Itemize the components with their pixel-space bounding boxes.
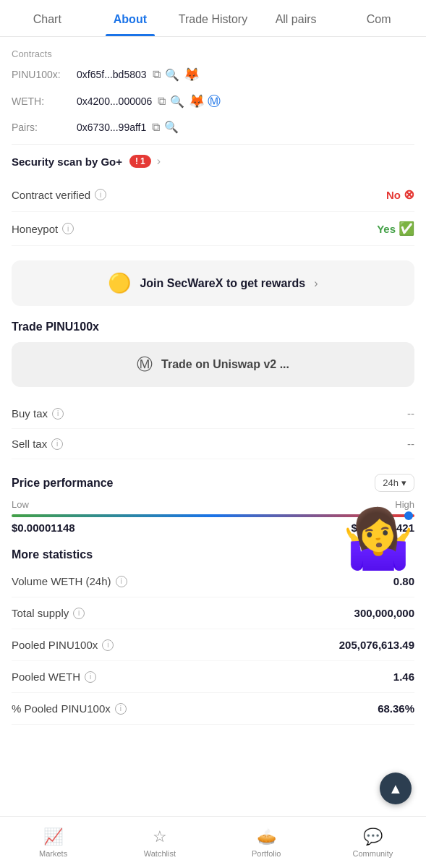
alert-count: 1	[140, 156, 145, 166]
tab-community[interactable]: Com	[337, 0, 420, 36]
nav-community-label: Community	[353, 849, 393, 858]
sell-tax-info-icon[interactable]: i	[51, 438, 63, 450]
nav-community[interactable]: 💬 Community	[320, 817, 426, 868]
stat-volume-label: Volume WETH (24h) i	[12, 575, 127, 587]
trade-uniswap-button[interactable]: Ⓜ Trade on Uniswap v2 ...	[12, 342, 414, 387]
price-perf-header: Price performance 24h ▾	[12, 474, 414, 492]
sell-tax-row: Sell tax i --	[12, 429, 414, 459]
contract-row-weth: WETH: 0x4200...000006 ⧉ 🔍 🦊 Ⓜ	[12, 93, 414, 110]
markets-icon: 📈	[43, 827, 63, 846]
tab-about[interactable]: About	[89, 0, 172, 36]
trade-title: Trade PINU100x	[12, 320, 414, 333]
weth-label: WETH:	[12, 95, 77, 107]
period-chevron-icon: ▾	[401, 477, 406, 488]
contracts-title: Contracts	[12, 48, 414, 59]
low-label: Low	[12, 499, 29, 510]
contract-verified-info-icon[interactable]: i	[95, 189, 106, 200]
nav-markets-label: Markets	[39, 849, 67, 858]
trade-btn-label: Trade on Uniswap v2 ...	[161, 358, 289, 371]
buy-tax-value: --	[407, 407, 414, 420]
uniswap-icon: Ⓜ	[137, 354, 153, 375]
watchlist-icon: ☆	[153, 827, 167, 846]
stat-pooled-pinu-label: Pooled PINU100x i	[12, 639, 114, 651]
weth-chain-icon[interactable]: Ⓜ	[208, 93, 221, 110]
security-chevron-icon[interactable]: ›	[157, 155, 161, 168]
scroll-top-icon: ▲	[388, 780, 403, 797]
weth-search-icon[interactable]: 🔍	[170, 95, 184, 109]
secwarex-emoji-icon: 🟡	[108, 272, 131, 294]
pinu-search-icon[interactable]: 🔍	[165, 68, 179, 82]
pairs-search-icon[interactable]: 🔍	[164, 120, 179, 134]
alert-icon: !	[135, 156, 138, 166]
stat-supply-label: Total supply i	[12, 607, 85, 619]
contract-row-pairs: Pairs: 0x6730...99aff1 ⧉ 🔍	[12, 120, 414, 134]
community-icon: 💬	[363, 827, 383, 846]
nav-watchlist[interactable]: ☆ Watchlist	[106, 817, 213, 868]
contract-verified-label: Contract verified i	[12, 189, 106, 201]
stat-row-pooled-pinu: Pooled PINU100x i 205,076,613.49	[12, 629, 414, 661]
weth-address: 0x4200...000006	[77, 95, 152, 107]
tab-bar: Chart About Trade History All pairs Com	[0, 0, 426, 37]
nav-portfolio-label: Portfolio	[252, 849, 281, 858]
tab-all-pairs[interactable]: All pairs	[255, 0, 338, 36]
no-icon: ⊗	[404, 187, 414, 203]
period-select[interactable]: 24h ▾	[375, 474, 414, 492]
secwarex-banner[interactable]: 🟡 Join SecWareX to get rewards ›	[12, 260, 414, 306]
nav-watchlist-label: Watchlist	[144, 849, 176, 858]
stat-pooled-weth-info-icon[interactable]: i	[85, 671, 96, 683]
pairs-label: Pairs:	[12, 122, 77, 133]
contract-verified-value: No ⊗	[386, 187, 414, 203]
stat-pct-pinu-label: % Pooled PINU100x i	[12, 702, 127, 715]
bottom-nav: 📈 Markets ☆ Watchlist 🥧 Portfolio 💬 Comm…	[0, 816, 426, 868]
security-badge[interactable]: ! 1	[129, 155, 151, 168]
nav-markets[interactable]: 📈 Markets	[0, 817, 106, 868]
stat-pooled-pinu-info-icon[interactable]: i	[102, 639, 114, 651]
pinu-label: PINU100x:	[12, 69, 77, 80]
honeypot-value: Yes ✅	[377, 221, 414, 237]
stat-pooled-pinu-value: 205,076,613.49	[339, 639, 414, 651]
stat-pct-pinu-info-icon[interactable]: i	[115, 703, 127, 715]
stat-supply-value: 300,000,000	[354, 607, 414, 619]
honeypot-label: Honeypot i	[12, 223, 74, 235]
pinu-copy-icon[interactable]: ⧉	[153, 68, 161, 81]
stat-row-pooled-weth: Pooled WETH i 1.46	[12, 661, 414, 693]
weth-metamask-icon[interactable]: 🦊	[189, 93, 205, 109]
stat-pooled-weth-label: Pooled WETH i	[12, 671, 96, 683]
pinu-metamask-icon[interactable]: 🦊	[184, 67, 200, 82]
tab-trade-history[interactable]: Trade History	[171, 0, 255, 36]
stat-pooled-weth-value: 1.46	[393, 671, 414, 683]
stat-supply-info-icon[interactable]: i	[73, 608, 85, 619]
scroll-top-button[interactable]: ▲	[380, 773, 412, 804]
pinu-address: 0xf65f...bd5803	[77, 69, 147, 80]
stat-pct-pinu-value: 68.36%	[378, 702, 414, 715]
honeypot-row: Honeypot i Yes ✅	[12, 212, 414, 246]
price-perf-title: Price performance	[12, 477, 114, 490]
portfolio-icon: 🥧	[257, 827, 276, 846]
pairs-copy-icon[interactable]: ⧉	[152, 121, 160, 134]
honeypot-info-icon[interactable]: i	[62, 223, 74, 234]
buy-tax-label: Buy tax i	[12, 407, 64, 420]
stat-volume-info-icon[interactable]: i	[116, 576, 127, 587]
security-scan-label: Security scan by Go+	[12, 156, 122, 168]
low-price: $0.00001148	[12, 522, 75, 534]
stat-volume-value: 0.80	[393, 575, 414, 587]
divider-1	[12, 144, 414, 145]
stat-row-supply: Total supply i 300,000,000	[12, 597, 414, 629]
pairs-address: 0x6730...99aff1	[77, 122, 146, 133]
sell-tax-label: Sell tax i	[12, 438, 63, 450]
character-emoji: 🤷‍♀️	[342, 505, 414, 573]
tab-chart[interactable]: Chart	[6, 0, 89, 36]
stat-row-pct-pinu: % Pooled PINU100x i 68.36%	[12, 693, 414, 725]
security-scan-row: Security scan by Go+ ! 1 ›	[12, 155, 414, 168]
nav-portfolio[interactable]: 🥧 Portfolio	[213, 817, 320, 868]
contract-row-pinu: PINU100x: 0xf65f...bd5803 ⧉ 🔍 🦊	[12, 67, 414, 82]
contract-verified-row: Contract verified i No ⊗	[12, 178, 414, 212]
char-area: 🤷‍♀️ More statistics Volume WETH (24h) i…	[12, 548, 414, 725]
buy-tax-row: Buy tax i --	[12, 399, 414, 429]
sell-tax-value: --	[407, 438, 414, 450]
yes-icon: ✅	[399, 221, 414, 237]
weth-copy-icon[interactable]: ⧉	[158, 95, 166, 108]
buy-tax-info-icon[interactable]: i	[52, 408, 64, 420]
main-content: Contracts PINU100x: 0xf65f...bd5803 ⧉ 🔍 …	[0, 37, 426, 783]
secwarex-text: Join SecWareX to get rewards	[140, 277, 305, 290]
